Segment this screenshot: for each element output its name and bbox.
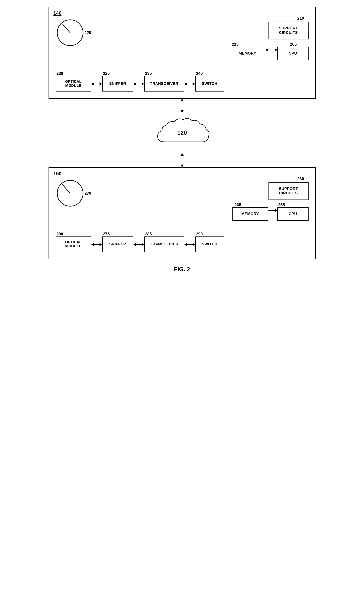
tr-sw-arrow-1 bbox=[184, 82, 195, 86]
switch-ref-2: 290 bbox=[196, 232, 203, 237]
al1 bbox=[94, 84, 100, 84]
optical-area-1: 230 OPTICALMODULE bbox=[56, 71, 91, 92]
switch-box-1: SWITCH bbox=[195, 76, 224, 92]
frame1-to-cloud-arrow bbox=[181, 99, 184, 113]
optical-box-1: OPTICALMODULE bbox=[56, 76, 91, 92]
cpu-memory-area-1: 215 MEMORY 205 bbox=[230, 42, 309, 60]
transceiver-box-2: TRANSCEIVER bbox=[144, 237, 184, 252]
clock-ref-1: 220 bbox=[85, 30, 91, 35]
memory-area-2: 265 MEMORY bbox=[233, 203, 268, 221]
top-section-1: 220 210 SUPPORTCIRCUITS bbox=[56, 14, 309, 60]
support-area-1: 210 SUPPORTCIRCUITS bbox=[269, 16, 309, 39]
al11 bbox=[184, 243, 187, 246]
bottom-row-1: 230 OPTICALMODULE 225 SNIFFER bbox=[56, 71, 309, 92]
mem-cpu-arrow-2 bbox=[268, 209, 277, 212]
fig-caption: FIG. 2 bbox=[174, 266, 190, 273]
optical-ref-1: 230 bbox=[57, 71, 63, 76]
memory-box-2: MEMORY bbox=[233, 207, 268, 221]
support-ref-2: 260 bbox=[297, 177, 304, 181]
arrow-line-1 bbox=[268, 50, 275, 50]
ar6 bbox=[142, 243, 144, 246]
switch-ref-1: 240 bbox=[196, 71, 203, 76]
sniffer-ref-1: 225 bbox=[103, 71, 110, 76]
arrow-left-1 bbox=[265, 48, 268, 52]
ar5 bbox=[100, 243, 102, 246]
optical-ref-2: 280 bbox=[57, 232, 63, 237]
clock-area-2: 270 bbox=[56, 179, 91, 208]
memory-box-1: MEMORY bbox=[230, 47, 265, 60]
switch-box-2: SWITCH bbox=[195, 237, 224, 252]
sn-tr-arrow-2 bbox=[133, 243, 144, 246]
transceiver-ref-2: 285 bbox=[145, 232, 152, 237]
al9 bbox=[133, 243, 136, 246]
arrowhead-down-1 bbox=[181, 110, 184, 113]
arrowhead-up-2 bbox=[181, 153, 184, 156]
support-circuits-box-1: SUPPORTCIRCUITS bbox=[269, 22, 309, 39]
bottom-row-2: 280 OPTICALMODULE 275 SNIFFER bbox=[56, 232, 309, 252]
ar7 bbox=[193, 243, 195, 246]
opt-sniffer-arrow-1 bbox=[91, 82, 102, 86]
v-line-2 bbox=[182, 156, 182, 165]
support-ref-1: 210 bbox=[297, 16, 304, 21]
sniffer-area-2: 275 SNIFFER bbox=[102, 232, 133, 252]
switch-area-2: 290 SWITCH bbox=[195, 232, 224, 252]
al3 bbox=[136, 84, 142, 84]
optical-box-2: OPTICALMODULE bbox=[56, 237, 91, 252]
ar4 bbox=[275, 209, 277, 212]
al6 bbox=[268, 210, 275, 211]
memory-ref-2: 265 bbox=[235, 203, 241, 207]
transceiver-area-1: 235 TRANSCEIVER bbox=[144, 71, 184, 92]
al5 bbox=[187, 84, 193, 84]
network-section: 120 bbox=[153, 115, 211, 151]
arrow-right-1 bbox=[275, 48, 277, 52]
memory-area-1: 215 MEMORY bbox=[230, 42, 265, 60]
cpu-support-arrow-1: 205 bbox=[289, 42, 297, 47]
cpu-box-2: CPU bbox=[277, 207, 309, 221]
diagram: 140 220 bbox=[49, 7, 316, 273]
frame-140-content: 220 210 SUPPORTCIRCUITS bbox=[56, 14, 309, 92]
frame-150: 150 270 bbox=[49, 167, 316, 259]
switch-area-1: 240 SWITCH bbox=[195, 71, 224, 92]
transceiver-box-1: TRANSCEIVER bbox=[144, 76, 184, 92]
cpu-ref-2: 255 bbox=[278, 203, 285, 207]
clock-ref-2: 270 bbox=[85, 191, 91, 196]
cpu-area-2: 255 CPU bbox=[277, 203, 309, 221]
network-label-text: 120 bbox=[177, 129, 187, 136]
clock-area-1: 220 bbox=[56, 18, 91, 47]
cloud-icon: 120 bbox=[153, 115, 211, 151]
al2 bbox=[133, 82, 136, 86]
right-components-2: 260 SUPPORTCIRCUITS 265 MEMORY bbox=[233, 177, 309, 221]
opt-sn-arrow-2 bbox=[91, 243, 102, 246]
cpu-box-1: CPU bbox=[277, 47, 309, 60]
frame-140-label: 140 bbox=[53, 10, 62, 16]
top-section-2: 270 260 SUPPORTCIRCUITS bbox=[56, 174, 309, 221]
sniffer-box-1: SNIFFER bbox=[102, 76, 133, 92]
arrow-l-1 bbox=[91, 82, 94, 86]
cpu-support-ref-1: 205 bbox=[290, 42, 297, 47]
cpu-area-1: 205 CPU bbox=[277, 42, 309, 60]
support-circuits-box-2: SUPPORTCIRCUITS bbox=[269, 182, 309, 200]
transceiver-ref-1: 235 bbox=[145, 71, 152, 76]
frame-140: 140 220 bbox=[49, 7, 316, 99]
al8 bbox=[94, 244, 100, 245]
right-components-1: 210 SUPPORTCIRCUITS 215 MEMORY bbox=[230, 16, 309, 60]
transceiver-area-2: 285 TRANSCEIVER bbox=[144, 232, 184, 252]
optical-area-2: 280 OPTICALMODULE bbox=[56, 232, 91, 252]
support-area-2: 260 SUPPORTCIRCUITS bbox=[269, 177, 309, 200]
arrowhead-down-2 bbox=[181, 165, 184, 167]
al4 bbox=[184, 82, 187, 86]
al12 bbox=[187, 244, 193, 245]
al7 bbox=[91, 243, 94, 246]
clock-icon-1 bbox=[56, 18, 85, 47]
mem-cpu-arrow-1 bbox=[265, 48, 277, 52]
clock-icon-2 bbox=[56, 179, 85, 208]
sniffer-ref-2: 275 bbox=[103, 232, 110, 237]
arrowhead-up-1 bbox=[181, 99, 184, 101]
ar3 bbox=[193, 82, 195, 86]
cloud-to-frame2-arrow bbox=[181, 153, 184, 167]
arrow-r-1 bbox=[100, 82, 102, 86]
memory-ref-1: 215 bbox=[232, 42, 239, 47]
sniffer-box-2: SNIFFER bbox=[102, 237, 133, 252]
tr-sw-arrow-2 bbox=[184, 243, 195, 246]
al10 bbox=[136, 244, 142, 245]
